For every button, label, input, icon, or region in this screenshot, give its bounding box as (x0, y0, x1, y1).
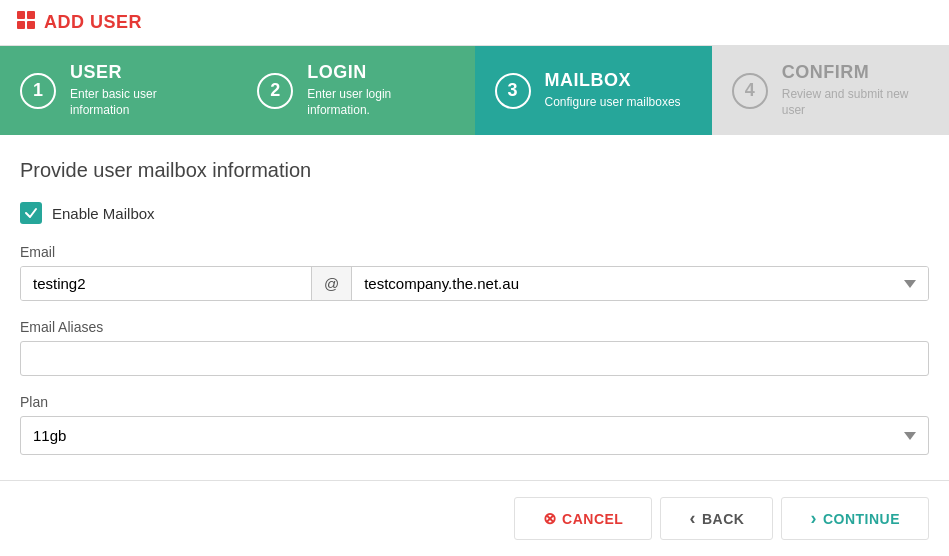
step-3-number: 3 (495, 73, 531, 109)
step-3-desc: Configure user mailboxes (545, 94, 681, 111)
enable-mailbox-label: Enable Mailbox (52, 205, 155, 222)
email-field-group: Email @ testcompany.the.net.au (20, 244, 929, 301)
step-mailbox: 3 MAILBOX Configure user mailboxes (475, 46, 712, 135)
svg-rect-0 (17, 11, 25, 19)
email-domain-select[interactable]: testcompany.the.net.au (352, 267, 928, 300)
main-content: Provide user mailbox information Enable … (0, 135, 949, 493)
step-1-number: 1 (20, 73, 56, 109)
step-1-label: USER (70, 62, 217, 84)
continue-button[interactable]: › CONTINUE (781, 497, 929, 540)
step-4-desc: Review and submit new user (782, 86, 929, 120)
cancel-icon: ⊗ (543, 509, 557, 528)
svg-rect-2 (17, 21, 25, 29)
step-confirm: 4 CONFIRM Review and submit new user (712, 46, 949, 135)
cancel-label: CANCEL (562, 511, 623, 527)
plan-select[interactable]: 11gb (20, 416, 929, 455)
email-row: @ testcompany.the.net.au (20, 266, 929, 301)
step-2-label: LOGIN (307, 62, 454, 84)
stepper: 1 USER Enter basic user information 2 LO… (0, 46, 949, 135)
plan-field-group: Plan 11gb (20, 394, 929, 455)
plan-label: Plan (20, 394, 929, 410)
email-local-input[interactable] (21, 267, 311, 300)
step-2-number: 2 (257, 73, 293, 109)
enable-mailbox-row[interactable]: Enable Mailbox (20, 202, 929, 224)
step-login: 2 LOGIN Enter user login information. (237, 46, 474, 135)
add-user-icon (16, 10, 36, 35)
step-1-desc: Enter basic user information (70, 86, 217, 120)
svg-rect-1 (27, 11, 35, 19)
email-label: Email (20, 244, 929, 260)
back-chevron-icon: ‹ (689, 508, 696, 529)
page-title: ADD USER (44, 12, 142, 33)
step-4-number: 4 (732, 73, 768, 109)
back-button[interactable]: ‹ BACK (660, 497, 773, 540)
email-aliases-field-group: Email Aliases (20, 319, 929, 376)
step-user: 1 USER Enter basic user information (0, 46, 237, 135)
section-title: Provide user mailbox information (20, 159, 929, 182)
step-4-label: CONFIRM (782, 62, 929, 84)
continue-label: CONTINUE (823, 511, 900, 527)
step-2-desc: Enter user login information. (307, 86, 454, 120)
svg-rect-3 (27, 21, 35, 29)
step-3-label: MAILBOX (545, 70, 681, 92)
email-at-symbol: @ (311, 267, 352, 300)
enable-mailbox-checkbox[interactable] (20, 202, 42, 224)
cancel-button[interactable]: ⊗ CANCEL (514, 497, 653, 540)
email-aliases-input[interactable] (20, 341, 929, 376)
footer: ⊗ CANCEL ‹ BACK › CONTINUE (0, 480, 949, 556)
back-label: BACK (702, 511, 744, 527)
page-header: ADD USER (0, 0, 949, 46)
continue-chevron-icon: › (810, 508, 817, 529)
email-aliases-label: Email Aliases (20, 319, 929, 335)
